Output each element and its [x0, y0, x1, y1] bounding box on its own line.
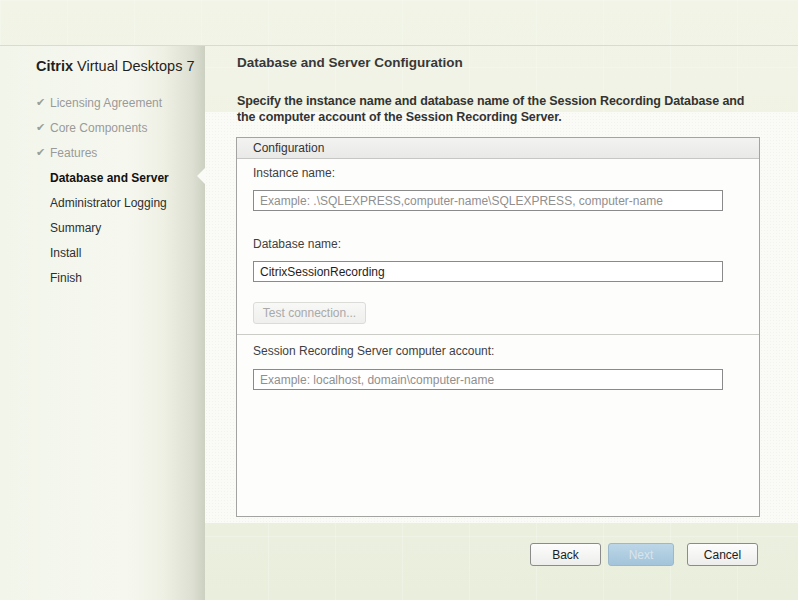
next-button[interactable]: Next — [608, 543, 674, 566]
wizard-sidebar: Citrix Virtual Desktops 7 ✔ Licensing Ag… — [0, 46, 205, 600]
instance-name-input[interactable] — [253, 190, 723, 211]
step-label: Features — [50, 146, 97, 160]
brand-name: Citrix — [36, 58, 73, 74]
product-title: Citrix Virtual Desktops 7 — [36, 58, 195, 74]
step-administrator-logging: Administrator Logging — [36, 190, 169, 215]
step-label: Install — [50, 246, 81, 260]
step-label: Finish — [50, 271, 82, 285]
checkmark-icon: ✔ — [36, 146, 50, 159]
step-label: Administrator Logging — [50, 196, 167, 210]
database-name-label: Database name: — [253, 237, 341, 251]
step-features: ✔ Features — [36, 140, 169, 165]
checkmark-icon: ✔ — [36, 96, 50, 109]
instance-name-label: Instance name: — [253, 166, 335, 180]
server-account-label: Session Recording Server computer accoun… — [253, 344, 494, 358]
cancel-button[interactable]: Cancel — [687, 543, 758, 566]
step-summary: Summary — [36, 215, 169, 240]
page-title: Database and Server Configuration — [237, 55, 463, 70]
back-button[interactable]: Back — [530, 543, 601, 566]
step-label: Database and Server — [50, 171, 169, 185]
step-core-components: ✔ Core Components — [36, 115, 169, 140]
test-connection-button[interactable]: Test connection... — [253, 302, 366, 324]
product-name: Virtual Desktops 7 — [73, 58, 194, 74]
step-label: Summary — [50, 221, 101, 235]
groupbox-divider — [237, 334, 759, 335]
step-database-and-server: Database and Server — [36, 165, 169, 190]
server-account-input[interactable] — [253, 369, 723, 390]
page-description: Specify the instance name and database n… — [237, 93, 759, 125]
step-label: Licensing Agreement — [50, 96, 162, 110]
step-install: Install — [36, 240, 169, 265]
groupbox-header: Configuration — [237, 138, 759, 159]
installer-window: Citrix Virtual Desktops 7 ✔ Licensing Ag… — [0, 0, 798, 600]
wizard-steps: ✔ Licensing Agreement ✔ Core Components … — [36, 90, 169, 290]
step-licensing-agreement: ✔ Licensing Agreement — [36, 90, 169, 115]
configuration-groupbox: Configuration Instance name: Database na… — [236, 137, 760, 517]
current-step-pointer — [197, 168, 205, 184]
step-label: Core Components — [50, 121, 147, 135]
step-finish: Finish — [36, 265, 169, 290]
database-name-input[interactable] — [253, 261, 723, 282]
checkmark-icon: ✔ — [36, 121, 50, 134]
